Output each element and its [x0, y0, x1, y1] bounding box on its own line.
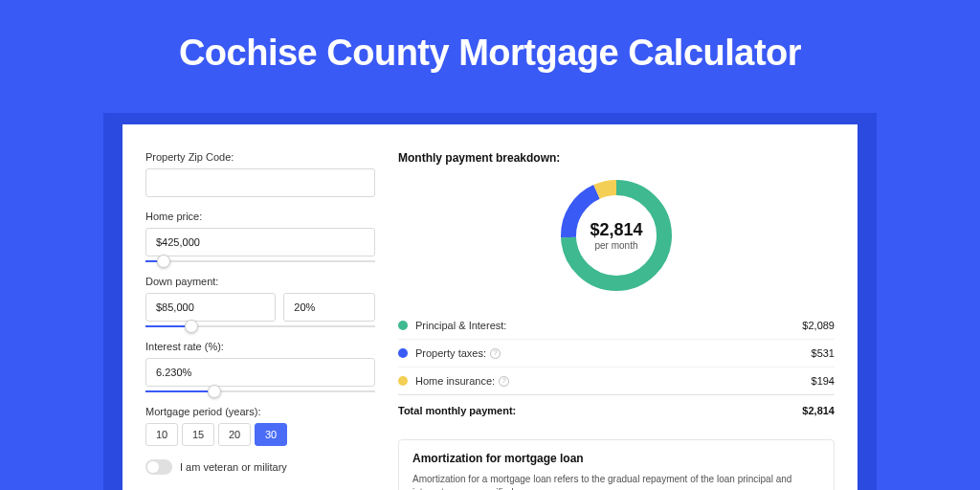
rate-slider-thumb[interactable] — [208, 385, 221, 398]
calculator-card: Property Zip Code: Home price: Down paym… — [122, 124, 858, 490]
period-option-15[interactable]: 15 — [182, 423, 214, 446]
zip-input[interactable] — [145, 168, 375, 197]
down-payment-slider-thumb[interactable] — [185, 320, 198, 333]
period-option-20[interactable]: 20 — [218, 423, 251, 446]
breakdown-title: Monthly payment breakdown: — [398, 151, 835, 165]
price-input[interactable] — [145, 228, 375, 256]
help-icon[interactable]: ? — [490, 348, 501, 359]
veteran-toggle[interactable] — [145, 459, 172, 475]
period-options: 10152030 — [145, 423, 375, 446]
rate-input[interactable] — [145, 358, 375, 387]
period-field: Mortgage period (years): 10152030 — [145, 406, 375, 446]
price-slider[interactable] — [145, 260, 375, 262]
legend-row: Principal & Interest:$2,089 — [398, 312, 835, 340]
rate-slider[interactable] — [145, 390, 375, 392]
rate-label: Interest rate (%): — [145, 341, 375, 352]
legend-label: Home insurance:? — [415, 375, 812, 387]
legend-swatch — [398, 376, 408, 386]
payment-donut-chart: $2,814 per month — [557, 176, 676, 295]
legend-swatch — [398, 321, 408, 330]
rate-field: Interest rate (%): — [145, 341, 375, 392]
zip-label: Property Zip Code: — [145, 151, 375, 163]
breakdown-panel: Monthly payment breakdown: $2,814 per mo… — [398, 151, 835, 490]
breakdown-legend: Principal & Interest:$2,089Property taxe… — [398, 312, 835, 394]
period-option-10[interactable]: 10 — [145, 423, 178, 446]
legend-label: Property taxes:? — [415, 347, 812, 359]
legend-swatch — [398, 348, 408, 358]
page-title: Cochise County Mortgage Calculator — [0, 0, 980, 100]
total-amount: $2,814 — [802, 405, 835, 416]
donut-center-sub: per month — [594, 240, 637, 251]
legend-label: Principal & Interest: — [415, 320, 802, 331]
legend-row: Property taxes:?$531 — [398, 340, 835, 368]
period-label: Mortgage period (years): — [145, 406, 375, 417]
legend-amount: $194 — [812, 375, 835, 387]
legend-row: Home insurance:?$194 — [398, 368, 835, 394]
down-payment-label: Down payment: — [145, 276, 375, 287]
total-label: Total monthly payment: — [398, 405, 802, 416]
down-payment-input[interactable] — [145, 293, 276, 322]
price-slider-thumb[interactable] — [157, 255, 170, 268]
help-icon[interactable]: ? — [499, 376, 509, 387]
down-payment-slider[interactable] — [145, 325, 375, 327]
total-row: Total monthly payment: $2,814 — [398, 394, 835, 424]
legend-amount: $531 — [812, 347, 835, 359]
legend-amount: $2,089 — [802, 320, 835, 331]
amortization-text: Amortization for a mortgage loan refers … — [412, 473, 820, 490]
price-field: Home price: — [145, 211, 375, 262]
veteran-label: I am veteran or military — [180, 461, 287, 473]
amortization-title: Amortization for mortgage loan — [412, 452, 820, 465]
donut-center-value: $2,814 — [590, 220, 642, 240]
zip-field: Property Zip Code: — [145, 151, 375, 197]
amortization-box: Amortization for mortgage loan Amortizat… — [398, 439, 835, 490]
down-payment-field: Down payment: — [145, 276, 375, 327]
price-label: Home price: — [145, 211, 375, 222]
veteran-row: I am veteran or military — [145, 459, 375, 475]
form-panel: Property Zip Code: Home price: Down paym… — [145, 151, 375, 490]
down-payment-pct-input[interactable] — [283, 293, 375, 322]
period-option-30[interactable]: 30 — [255, 423, 287, 446]
